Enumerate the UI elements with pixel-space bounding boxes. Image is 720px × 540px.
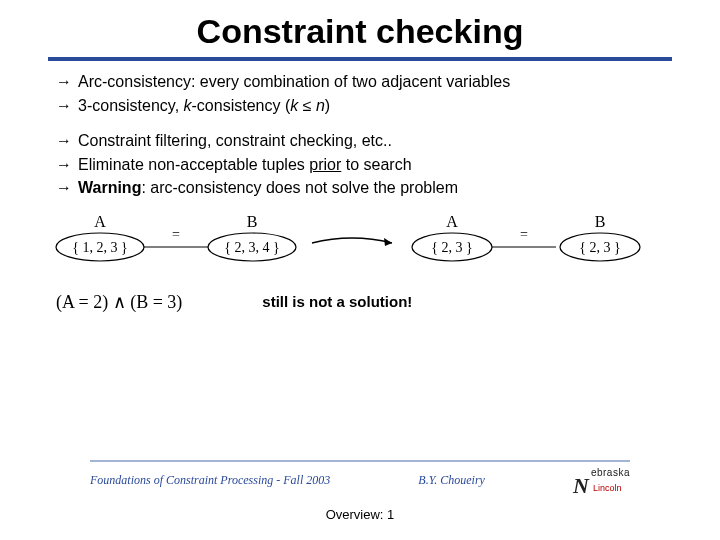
diagram-edge-left: = <box>172 227 180 242</box>
diagram-b-set-right: { 2, 3 } <box>579 240 620 255</box>
university-logo: N ebraska Lincoln <box>573 465 630 495</box>
diagram-edge-right: = <box>520 227 528 242</box>
diagram-b-label-right: B <box>595 213 606 230</box>
footer-author: B.Y. Choueiry <box>418 473 485 488</box>
bullet-group-2: Constraint filtering, constraint checkin… <box>56 130 664 199</box>
footer: Foundations of Constraint Processing - F… <box>0 460 720 522</box>
content-area: Arc-consistency: every combination of tw… <box>0 61 720 199</box>
still-not-solution: still is not a solution! <box>262 293 412 310</box>
bullet-group-1: Arc-consistency: every combination of tw… <box>56 71 664 116</box>
diagram-a-label-left: A <box>94 213 106 230</box>
consistency-diagram: A { 1, 2, 3 } = B { 2, 3, 4 } A { 2, 3 }… <box>52 213 668 273</box>
diagram-a-set-right: { 2, 3 } <box>431 240 472 255</box>
slide-title: Constraint checking <box>0 12 720 51</box>
bullet-item: Warning: arc-consistency does not solve … <box>56 177 664 199</box>
logo-n: N <box>573 477 589 495</box>
logo-sub: Lincoln <box>593 483 622 493</box>
footer-rule <box>90 460 630 462</box>
formula-text: (A = 2) ∧ (B = 3) <box>56 291 182 313</box>
bullet-item: 3-consistency, k-consistency (k ≤ n) <box>56 95 664 117</box>
formula-row: (A = 2) ∧ (B = 3) still is not a solutio… <box>56 291 664 313</box>
bullet-item: Constraint filtering, constraint checkin… <box>56 130 664 152</box>
footer-course: Foundations of Constraint Processing - F… <box>90 473 330 488</box>
slide-number: Overview: 1 <box>0 507 720 522</box>
bullet-item: Eliminate non-acceptable tuples prior to… <box>56 154 664 176</box>
diagram-a-label-right: A <box>446 213 458 230</box>
logo-rest: ebraska <box>591 467 630 478</box>
diagram-a-set-left: { 1, 2, 3 } <box>72 240 127 255</box>
diagram-b-set-left: { 2, 3, 4 } <box>224 240 279 255</box>
bullet-item: Arc-consistency: every combination of tw… <box>56 71 664 93</box>
diagram-b-label-left: B <box>247 213 258 230</box>
